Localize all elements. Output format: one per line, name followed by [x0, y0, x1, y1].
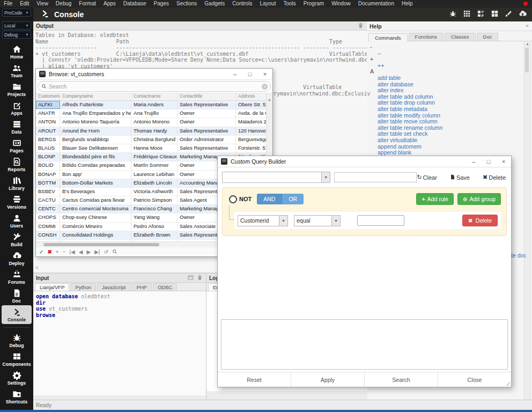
sidebar-item-data[interactable]: Data — [0, 117, 33, 136]
next-record-icon[interactable]: ▶ — [86, 249, 91, 255]
search-input[interactable]: Search × — [38, 81, 271, 92]
close-button[interactable]: Close — [438, 372, 511, 387]
editor-window-icon[interactable] — [188, 273, 194, 283]
table-cell[interactable]: Patricio Simpson — [131, 196, 178, 204]
add-record-icon[interactable]: + — [56, 249, 59, 255]
sidebar-item-deploy[interactable]: Deploy — [0, 249, 33, 268]
table-cell[interactable]: Sales Representative — [178, 101, 236, 109]
menu-gadgets[interactable]: Gadgets — [201, 0, 228, 8]
sidebar-item-library[interactable]: Library — [0, 174, 33, 193]
sidebar-item-team[interactable]: Team — [0, 61, 33, 80]
search-records-icon[interactable] — [112, 249, 117, 255]
scroll-thumb[interactable] — [43, 243, 159, 246]
clear-input-trash-icon[interactable] — [197, 273, 203, 283]
save-query-button[interactable]: Save — [450, 174, 470, 181]
menu-window[interactable]: Window — [328, 0, 354, 8]
table-cell[interactable]: Elizabeth Lincoln — [131, 179, 178, 187]
table-cell[interactable]: Hanna Moos — [131, 144, 178, 152]
table-row[interactable]: ANATRAna Trujillo Emparedados y heladosA… — [36, 109, 272, 118]
clear-query-button[interactable]: ↻ Clear — [417, 174, 437, 181]
sidebar-dropdown-debug[interactable]: Debug▼ — [2, 31, 31, 39]
menu-database[interactable]: Database — [120, 0, 150, 8]
table-cell[interactable]: BLONP — [36, 153, 60, 161]
table-cell[interactable]: Francisco Chang — [131, 205, 178, 213]
menu-controls[interactable]: Controls — [228, 0, 256, 8]
grid9-icon[interactable] — [463, 10, 471, 20]
table-row[interactable]: AROUTAround the HornThomas HardySales Re… — [36, 127, 272, 136]
table-cell[interactable]: Owner — [178, 109, 236, 117]
sidebar-dropdown-local[interactable]: Local▼ — [2, 21, 31, 30]
table-cell[interactable]: CENTC — [36, 205, 60, 213]
table-cell[interactable]: Frédérique Citeaux — [131, 153, 178, 161]
help-tab-functions[interactable]: Functions — [409, 33, 444, 41]
table-cell[interactable]: COMMI — [36, 223, 60, 231]
menu-format[interactable]: Format — [75, 0, 100, 8]
sidebar-dropdown-procode[interactable]: ProCode▼ — [2, 9, 31, 17]
help-topic-link[interactable]: -- — [369, 50, 532, 57]
help-topic-link[interactable]: alter index — [369, 87, 532, 94]
table-cell[interactable]: Blondesddsl père et fils — [60, 153, 131, 161]
input-tab-odbc[interactable]: ODBC — [153, 283, 177, 291]
cancel-icon[interactable]: ✖ — [47, 249, 51, 255]
reset-button[interactable]: Reset — [218, 372, 291, 387]
table-cell[interactable]: Bon app' — [60, 171, 131, 179]
sidebar-item-settings[interactable]: Settings — [0, 369, 33, 387]
and-button[interactable]: AND — [257, 194, 282, 204]
help-tab-classes[interactable]: Classes — [445, 33, 476, 41]
help-scrollbar[interactable]: ▲ — [524, 41, 531, 400]
maximize-icon[interactable]: □ — [481, 156, 496, 167]
or-button[interactable]: OR — [282, 194, 304, 204]
table-cell[interactable]: Maria Anders — [131, 101, 178, 109]
not-checkbox-icon[interactable] — [229, 195, 237, 203]
table-cell[interactable]: Victoria Ashworth — [131, 188, 178, 196]
table-cell[interactable]: Consolidated Holdings — [60, 231, 131, 239]
clear-output-trash-icon[interactable] — [358, 21, 364, 31]
scroll-up-icon[interactable]: ▲ — [268, 98, 271, 101]
menu-layout[interactable]: Layout — [256, 0, 279, 8]
table-cell[interactable]: AROUT — [36, 127, 60, 135]
menu-pages[interactable]: Pages — [150, 0, 173, 8]
first-record-icon[interactable]: |◀ — [69, 249, 75, 255]
help-tab-commands[interactable]: Commands — [368, 33, 408, 41]
brush-icon[interactable] — [505, 10, 513, 20]
help-link-fragment[interactable]: te doc — [511, 252, 527, 259]
cloud-upload-icon[interactable] — [519, 10, 527, 20]
sidebar-item-users[interactable]: Users — [0, 211, 33, 230]
table-cell[interactable]: BOLID — [36, 161, 60, 170]
table-row[interactable]: ANTONAntonio Moreno TaqueríaAntonio More… — [36, 118, 272, 127]
table-cell[interactable]: Berglunds snabbköp — [60, 136, 131, 144]
input-tab-python[interactable]: Python — [70, 283, 96, 291]
table-cell[interactable]: CHOPS — [36, 214, 60, 222]
sidebar-item-home[interactable]: Home — [0, 42, 33, 61]
help-topic-link[interactable]: add table — [369, 75, 532, 82]
sidebar-item-forums[interactable]: Forums — [0, 268, 33, 286]
table-cell[interactable]: Yang Wang — [131, 214, 178, 222]
table-row[interactable]: BLAUSBlauer See DelikatessenHanna MoosSa… — [36, 144, 272, 153]
sidebar-item-reports[interactable]: Reports — [0, 155, 33, 174]
table-cell[interactable]: ALFKI — [36, 101, 60, 109]
input-tab-javascript[interactable]: JavaScript — [97, 283, 130, 291]
table-cell[interactable]: Alfreds Futterkiste — [60, 101, 131, 109]
help-topic-link[interactable]: alter table move column — [369, 119, 532, 125]
add-group-button[interactable]: ⊕ Add group — [457, 193, 501, 205]
minimize-icon[interactable]: – — [466, 156, 481, 167]
minimize-icon[interactable]: – — [227, 69, 242, 79]
sidebar-item-pages[interactable]: Pages — [0, 136, 33, 155]
help-topic-link[interactable]: alter table metadata — [369, 106, 532, 113]
table-cell[interactable]: Owner — [178, 118, 236, 126]
column-header-contacttitle[interactable]: Contacttitle — [178, 93, 236, 100]
table-cell[interactable]: Cactus Comidas para llevar — [60, 196, 131, 204]
table-cell[interactable]: Elizabeth Brown — [131, 231, 178, 239]
grid4-icon[interactable] — [491, 10, 499, 20]
last-record-icon[interactable]: ▶| — [94, 249, 100, 255]
table-cell[interactable]: Sales Representative — [178, 144, 236, 152]
help-topic-link[interactable]: alter virtualtable — [369, 137, 532, 144]
table-cell[interactable]: CONSH — [36, 231, 60, 239]
apply-button[interactable]: Apply — [291, 372, 364, 387]
sidebar-item-console[interactable]: Console — [2, 305, 32, 324]
refresh-icon[interactable]: ↺ — [104, 249, 108, 255]
query-sql-textarea[interactable] — [221, 319, 508, 370]
rule-value-input[interactable] — [357, 215, 404, 226]
bug-icon[interactable] — [449, 10, 457, 20]
table-cell[interactable]: Bottom-Dollar Markets — [60, 179, 131, 187]
